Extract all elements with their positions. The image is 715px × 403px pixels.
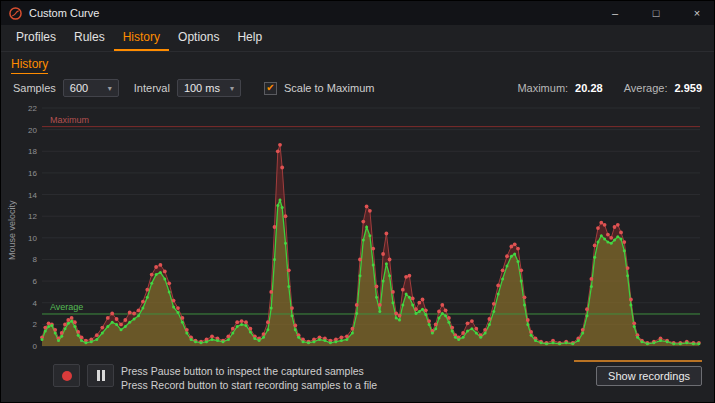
velocity-chart: Mouse velocity 0246810121416182022Maximu… — [5, 102, 706, 358]
minimize-icon[interactable]: – — [598, 1, 632, 25]
checkmark-icon: ✔ — [266, 83, 274, 93]
velocity-chart-svg: 0246810121416182022MaximumAverage — [18, 102, 706, 358]
samples-select-value: 600 — [70, 82, 88, 94]
average-stat-value: 2.959 — [674, 82, 702, 94]
scale-to-maximum-checkbox[interactable]: ✔ — [264, 82, 277, 95]
custom-curve-window: { "colors": { "accent": "#ff8c00", "raw_… — [0, 0, 715, 403]
scale-to-maximum-label: Scale to Maximum — [284, 82, 374, 94]
footer: Press Pause button to inspect the captur… — [53, 364, 702, 392]
samples-label: Samples — [13, 82, 56, 94]
svg-text:Average: Average — [50, 302, 83, 312]
footer-right: Show recordings — [574, 360, 702, 386]
menu-item-history[interactable]: History — [114, 25, 169, 51]
svg-text:20: 20 — [28, 126, 37, 135]
maximize-icon[interactable]: □ — [639, 1, 673, 25]
record-icon — [62, 371, 72, 381]
interval-select[interactable]: 100 ms ▾ — [177, 79, 241, 97]
svg-text:22: 22 — [28, 104, 37, 113]
svg-text:6: 6 — [33, 277, 38, 286]
show-recordings-button[interactable]: Show recordings — [596, 366, 702, 386]
chevron-down-icon: ▾ — [230, 84, 234, 93]
svg-text:12: 12 — [28, 212, 37, 221]
interval-label: Interval — [134, 82, 170, 94]
menubar: Profiles Rules History Options Help — [1, 25, 714, 52]
pause-hint-text: Press Pause button to inspect the captur… — [121, 364, 377, 378]
svg-text:0: 0 — [33, 342, 38, 351]
pause-button[interactable] — [87, 364, 114, 387]
average-stat-label: Average: — [624, 82, 668, 94]
window-title: Custom Curve — [29, 7, 99, 19]
svg-text:Maximum: Maximum — [50, 115, 89, 125]
footer-hints: Press Pause button to inspect the captur… — [121, 364, 377, 392]
y-axis-label: Mouse velocity — [5, 102, 18, 358]
close-icon[interactable]: × — [680, 1, 714, 25]
maximum-stat-label: Maximum: — [517, 82, 568, 94]
svg-text:4: 4 — [33, 299, 38, 308]
svg-text:2: 2 — [33, 320, 38, 329]
svg-text:14: 14 — [28, 191, 37, 200]
interval-select-value: 100 ms — [184, 82, 220, 94]
record-button[interactable] — [53, 364, 80, 387]
maximum-stat-value: 20.28 — [575, 82, 603, 94]
app-logo-icon — [9, 7, 22, 20]
titlebar: Custom Curve – □ × — [1, 1, 714, 25]
samples-select[interactable]: 600 ▾ — [63, 79, 119, 97]
menu-item-profiles[interactable]: Profiles — [7, 25, 65, 51]
svg-text:8: 8 — [33, 255, 38, 264]
pause-icon — [102, 370, 105, 381]
toolbar: Samples 600 ▾ Interval 100 ms ▾ ✔ Scale … — [1, 74, 714, 100]
page-title: History — [11, 57, 48, 74]
menu-item-rules[interactable]: Rules — [65, 25, 114, 51]
svg-text:10: 10 — [28, 234, 37, 243]
svg-text:18: 18 — [28, 147, 37, 156]
pause-icon — [97, 370, 100, 381]
recordings-highlight-line — [574, 360, 702, 362]
menu-item-options[interactable]: Options — [169, 25, 228, 51]
chevron-down-icon: ▾ — [108, 84, 112, 93]
svg-text:16: 16 — [28, 169, 37, 178]
record-hint-text: Press Record button to start recording s… — [121, 378, 377, 392]
menu-item-help[interactable]: Help — [228, 25, 271, 51]
